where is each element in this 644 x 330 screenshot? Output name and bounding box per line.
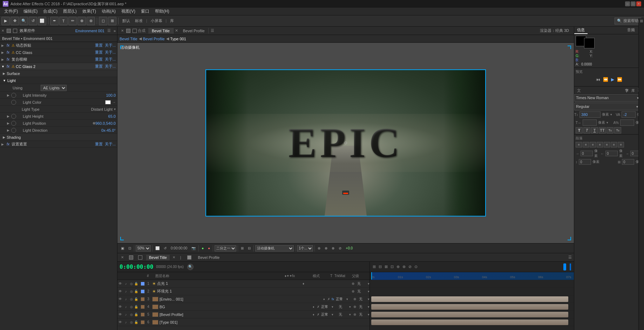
tl-audio-6[interactable]: ♪ <box>123 321 129 324</box>
tl-sw-3a[interactable]: ♦ <box>323 297 327 301</box>
tl-sw-3c[interactable]: fx <box>332 297 336 301</box>
rotate-tool[interactable]: ↺ <box>29 17 37 25</box>
font-leading-input[interactable] <box>583 119 597 126</box>
tl-layer-1[interactable]: 👁 ♪ ◎ 🔓 1 ☀ 点光 1 ♦ ⊕ <box>117 280 370 288</box>
right-tab-info[interactable]: 信息 <box>574 27 588 34</box>
timeline-search-btn[interactable]: 🔍 <box>187 264 194 270</box>
timeline-panel-close[interactable]: ✕ <box>120 255 125 259</box>
para-indent-left-input[interactable] <box>581 151 593 156</box>
font-underline-btn[interactable]: T <box>591 127 598 133</box>
effect-4-about[interactable]: 关于... <box>105 64 116 69</box>
font-size-arrow[interactable]: ▾ <box>610 113 612 116</box>
tl-lock-5[interactable]: 🔓 <box>134 313 140 316</box>
effect-3-reset[interactable]: 重置 <box>95 57 103 62</box>
tl-lock-4[interactable]: 🔓 <box>134 305 140 309</box>
tl-tab-bevel-profile[interactable]: Bevel Profile <box>195 255 223 260</box>
para-align-center[interactable]: ≡ <box>583 142 589 147</box>
effect-item-2[interactable]: ▶ fx ⚠ CC Glass 重置 关于... <box>0 49 117 56</box>
quality-dropdown[interactable]: 二分之一 <box>215 245 236 252</box>
timeline-timecode[interactable]: 0:00:00:00 <box>120 263 153 270</box>
font-size-input[interactable] <box>579 111 601 118</box>
select-tool[interactable]: ▶ <box>1 17 10 25</box>
tl-sw-collapse-1[interactable]: ♦ <box>303 282 307 286</box>
preview-first-btn[interactable]: ⏮ <box>596 77 600 82</box>
para-align-justify3[interactable]: ≡ <box>611 142 617 147</box>
playhead-btn[interactable] <box>563 263 566 270</box>
tl-layer-6[interactable]: 👁 ♪ ◎ 🔓 6 [Type 001] <box>117 318 370 326</box>
comp-tool-render[interactable]: ⊛ <box>316 246 322 251</box>
playhead-btn2[interactable] <box>570 263 571 270</box>
track-zoom-handle[interactable] <box>640 20 643 22</box>
preview-next-btn[interactable]: ⏩ <box>617 77 622 82</box>
set-matte-reset[interactable]: 重置 <box>95 142 103 147</box>
track-btn-7[interactable]: ⊘ <box>408 264 412 269</box>
effect-item-1[interactable]: ▶ fx ⚠ 动态拆贴 重置 关于... <box>0 42 117 49</box>
effect-2-reset[interactable]: 重置 <box>95 50 103 55</box>
tl-sw-5a[interactable]: ♦ <box>313 313 317 316</box>
track-btn-8[interactable]: ⊙ <box>414 264 418 269</box>
maximize-button[interactable]: □ <box>631 1 636 6</box>
comp-tool-3d[interactable]: ⊗ <box>330 246 336 251</box>
clone-tool[interactable]: ⊕ <box>77 17 86 25</box>
menu-animation[interactable]: 动画(A) <box>99 8 118 15</box>
view-count-dropdown[interactable]: 1个... <box>297 245 313 252</box>
track-btn-5[interactable]: ⊕ <box>396 264 400 269</box>
tl-layer-2[interactable]: 👁 ♪ ◎ 🔓 2 ☀ 环境光 1 ⊕ 无 ▾ <box>117 288 370 295</box>
font-leading-arrow[interactable]: ▾ <box>606 121 608 124</box>
track-btn-1[interactable]: ⊞ <box>373 264 376 269</box>
tl-audio-4[interactable]: ♪ <box>123 305 129 309</box>
tl-sw-4a[interactable]: ♦ <box>313 305 317 309</box>
comp-tool-safe[interactable]: ⊡ <box>127 246 133 251</box>
font-bold-btn[interactable]: T <box>576 127 583 133</box>
tl-sw-4b[interactable]: ✗ <box>317 305 321 309</box>
tl-panel-menu[interactable]: ☰ <box>568 255 572 260</box>
tl-audio-2[interactable]: ♪ <box>123 290 129 293</box>
para-align-justify2[interactable]: ≡ <box>604 142 610 147</box>
effect-1-about[interactable]: 关于... <box>105 43 116 48</box>
menu-layer[interactable]: 图层(L) <box>60 8 80 15</box>
comp-tool-plus[interactable]: +0.0 <box>344 246 354 251</box>
track-btn-2[interactable]: ⊟ <box>379 264 382 269</box>
tl-eye-1[interactable]: 👁 <box>117 282 123 286</box>
tl-audio-1[interactable]: ♪ <box>123 282 129 286</box>
comp-tool-export[interactable]: ⊕ <box>323 246 329 251</box>
menu-file[interactable]: 文件(F) <box>1 8 21 15</box>
right-tab-audio[interactable]: 音频 <box>624 27 638 34</box>
breadcrumb-bevel-profile[interactable]: Bevel Profile <box>143 37 165 41</box>
comp-panel-menu[interactable]: ☰ <box>211 28 214 33</box>
font-sup-btn[interactable]: Ts <box>606 127 614 133</box>
track-bar-4[interactable] <box>371 304 568 310</box>
para-align-left[interactable]: ≡ <box>576 142 582 147</box>
tl-audio-3[interactable]: ♪ <box>123 297 129 301</box>
track-btn-6[interactable]: ⊗ <box>402 264 406 269</box>
panel-close-btn[interactable]: ✕ <box>0 29 6 33</box>
zoom-dropdown[interactable]: 50% <box>136 245 151 252</box>
shading-section[interactable]: ▶ Shading <box>0 134 117 141</box>
effect-item-3[interactable]: ▶ fx 复合模糊 重置 关于... <box>0 56 117 63</box>
minimize-button[interactable]: ─ <box>625 1 630 6</box>
comp-tab-close-1[interactable]: ✕ <box>175 28 178 33</box>
char-tab-character[interactable]: 字 <box>624 88 630 94</box>
tl-eye-6[interactable]: 👁 <box>117 320 123 324</box>
track-playhead[interactable] <box>371 272 372 280</box>
para-space-before-input[interactable] <box>579 159 591 165</box>
tl-audio-5[interactable]: ♪ <box>123 313 129 316</box>
track-bar-5[interactable] <box>371 312 568 317</box>
tl-lock-2[interactable]: 🔓 <box>134 290 140 293</box>
font-name-selector[interactable]: Times New Roman ▾ ▸ <box>574 94 644 102</box>
comp-tool-grid[interactable]: ⊞ <box>239 246 245 251</box>
preview-prev-btn[interactable]: ⏪ <box>603 77 608 82</box>
align-tool[interactable]: ⊞ <box>108 17 116 25</box>
track-btn-3[interactable]: ⊠ <box>385 264 388 269</box>
menu-view[interactable]: 视图(V) <box>118 8 138 15</box>
comp-tab-bevel-profile[interactable]: Bevel Profile <box>179 28 209 34</box>
comp-tab-bevel-title[interactable]: Bevel Title <box>148 28 174 34</box>
font-smallcaps-btn[interactable]: TT <box>599 127 606 133</box>
tl-tab-close-1[interactable]: ✕ <box>172 255 175 259</box>
using-dropdown[interactable]: AE Lights <box>41 85 67 91</box>
track-bar-6[interactable] <box>371 319 568 325</box>
tl-eye-2[interactable]: 👁 <box>117 289 123 293</box>
tl-layer-4[interactable]: 👁 ♪ ◎ 🔓 4 BG ♦ ✗ 正常 ▾ 无 <box>117 303 370 311</box>
height-expand[interactable]: ▶ <box>7 115 11 118</box>
camera-dropdown[interactable]: 活动摄像机 <box>255 245 294 252</box>
